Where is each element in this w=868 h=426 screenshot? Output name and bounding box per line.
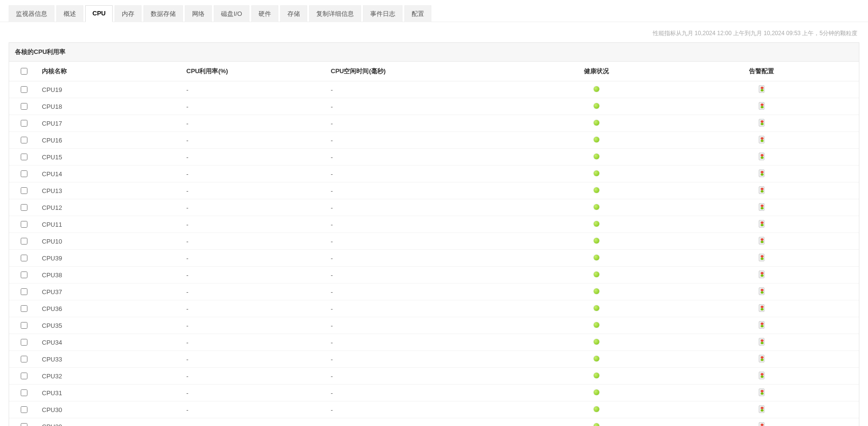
cell-core-name[interactable]: CPU37: [38, 284, 182, 300]
row-checkbox[interactable]: [21, 356, 27, 362]
tab-1[interactable]: 概述: [56, 5, 83, 22]
row-checkbox[interactable]: [21, 288, 27, 295]
cell-core-name[interactable]: CPU19: [38, 81, 182, 98]
cell-core-name[interactable]: CPU36: [38, 300, 182, 317]
row-checkbox[interactable]: [21, 423, 27, 426]
alert-config-icon[interactable]: [759, 186, 764, 194]
row-checkbox[interactable]: [21, 373, 27, 379]
header-alert-config[interactable]: 告警配置: [664, 62, 859, 81]
header-health[interactable]: 健康状况: [529, 62, 664, 81]
tab-10[interactable]: 事件日志: [363, 5, 402, 22]
health-status-icon: [594, 406, 599, 412]
alert-config-icon[interactable]: [759, 338, 764, 346]
alert-config-icon[interactable]: [759, 372, 764, 379]
row-checkbox[interactable]: [21, 339, 27, 346]
tab-0[interactable]: 监视器信息: [9, 5, 54, 22]
cell-health: [529, 199, 664, 216]
row-checkbox[interactable]: [21, 137, 27, 143]
alert-config-icon[interactable]: [759, 321, 764, 329]
alert-config-icon[interactable]: [759, 153, 764, 160]
panel-title: 各核的CPU利用率: [9, 43, 859, 62]
cell-alert-config: [664, 368, 859, 385]
tab-2[interactable]: CPU: [85, 5, 113, 22]
alert-config-icon[interactable]: [759, 355, 764, 362]
row-checkbox[interactable]: [21, 221, 27, 228]
cell-core-name[interactable]: CPU33: [38, 351, 182, 368]
row-checkbox[interactable]: [21, 154, 27, 160]
row-checkbox[interactable]: [21, 170, 27, 177]
cell-core-name[interactable]: CPU30: [38, 401, 182, 418]
alert-config-icon[interactable]: [759, 203, 764, 211]
alert-config-icon[interactable]: [759, 102, 764, 110]
cell-cpu-idle: -: [327, 98, 529, 115]
alert-config-icon[interactable]: [759, 405, 764, 413]
cell-core-name[interactable]: CPU35: [38, 317, 182, 334]
alert-config-icon[interactable]: [759, 136, 764, 143]
header-core-name[interactable]: 内核名称: [38, 62, 182, 81]
alert-config-icon[interactable]: [759, 304, 764, 312]
header-cpu-util[interactable]: CPU利用率(%): [182, 62, 327, 81]
tab-3[interactable]: 内存: [115, 5, 142, 22]
row-checkbox[interactable]: [21, 86, 27, 93]
cell-core-name[interactable]: CPU34: [38, 334, 182, 351]
cell-cpu-util: -: [182, 81, 327, 98]
cell-core-name[interactable]: CPU17: [38, 115, 182, 132]
row-checkbox[interactable]: [21, 204, 27, 211]
tab-6[interactable]: 磁盘I/O: [214, 5, 249, 22]
cell-health: [529, 267, 664, 284]
cell-core-name[interactable]: CPU15: [38, 149, 182, 166]
cell-core-name[interactable]: CPU14: [38, 166, 182, 182]
table-row: CPU31--: [9, 385, 859, 401]
cell-cpu-idle: -: [327, 351, 529, 368]
table-row: CPU17--: [9, 115, 859, 132]
cell-core-name[interactable]: CPU29: [38, 418, 182, 426]
alert-config-icon[interactable]: [759, 237, 764, 245]
cell-cpu-idle: -: [327, 284, 529, 300]
cell-core-name[interactable]: CPU32: [38, 368, 182, 385]
alert-config-icon[interactable]: [759, 85, 764, 93]
health-status-icon: [594, 187, 599, 193]
cell-core-name[interactable]: CPU10: [38, 233, 182, 250]
tab-4[interactable]: 数据存储: [143, 5, 183, 22]
header-cpu-idle[interactable]: CPU空闲时间(毫秒): [327, 62, 529, 81]
cell-core-name[interactable]: CPU39: [38, 250, 182, 267]
alert-config-icon[interactable]: [759, 119, 764, 127]
alert-config-icon[interactable]: [759, 220, 764, 228]
cell-core-name[interactable]: CPU11: [38, 216, 182, 233]
tab-7[interactable]: 硬件: [251, 5, 278, 22]
tab-8[interactable]: 存储: [280, 5, 307, 22]
row-checkbox[interactable]: [21, 406, 27, 413]
cell-cpu-idle: -: [327, 182, 529, 199]
cell-core-name[interactable]: CPU38: [38, 267, 182, 284]
alert-config-icon[interactable]: [759, 422, 764, 426]
cell-core-name[interactable]: CPU31: [38, 385, 182, 401]
alert-config-icon[interactable]: [759, 388, 764, 396]
cell-alert-config: [664, 149, 859, 166]
row-checkbox[interactable]: [21, 120, 27, 127]
row-checkbox[interactable]: [21, 255, 27, 261]
health-status-icon: [594, 322, 599, 328]
tab-11[interactable]: 配置: [404, 5, 431, 22]
row-checkbox[interactable]: [21, 238, 27, 245]
row-checkbox-cell: [9, 334, 38, 351]
row-checkbox[interactable]: [21, 389, 27, 396]
row-checkbox[interactable]: [21, 187, 27, 194]
alert-config-icon[interactable]: [759, 169, 764, 177]
cell-core-name[interactable]: CPU16: [38, 132, 182, 149]
alert-config-icon[interactable]: [759, 287, 764, 295]
row-checkbox[interactable]: [21, 322, 27, 329]
health-status-icon: [594, 204, 599, 210]
cell-core-name[interactable]: CPU13: [38, 182, 182, 199]
cell-health: [529, 317, 664, 334]
cell-core-name[interactable]: CPU18: [38, 98, 182, 115]
select-all-checkbox[interactable]: [21, 68, 27, 75]
tab-5[interactable]: 网络: [185, 5, 212, 22]
cell-cpu-idle: -: [327, 267, 529, 284]
tab-9[interactable]: 复制详细信息: [309, 5, 361, 22]
row-checkbox[interactable]: [21, 271, 27, 278]
alert-config-icon[interactable]: [759, 271, 764, 278]
row-checkbox[interactable]: [21, 305, 27, 312]
cell-core-name[interactable]: CPU12: [38, 199, 182, 216]
row-checkbox[interactable]: [21, 103, 27, 110]
alert-config-icon[interactable]: [759, 254, 764, 261]
